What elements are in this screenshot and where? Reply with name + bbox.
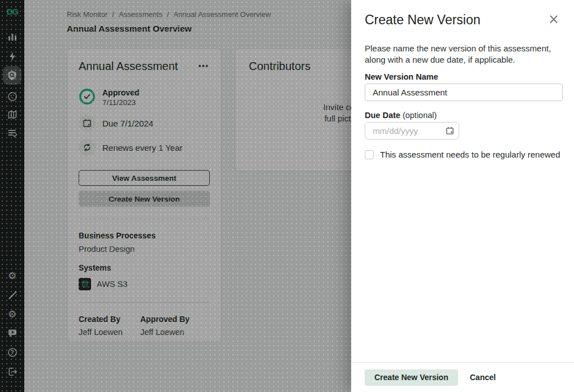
create-new-version-modal: Create New Version × Please name the new…: [351, 0, 574, 392]
modal-description: Please name the new version of this asse…: [365, 43, 564, 65]
renew-checkbox-label: This assessment needs to be regularly re…: [380, 150, 560, 159]
modal-title: Create New Version: [365, 12, 481, 28]
confirm-create-new-version-button[interactable]: Create New Version: [365, 369, 458, 386]
cancel-button[interactable]: Cancel: [470, 373, 496, 382]
due-date-label: Due Date (optional): [365, 111, 437, 120]
new-version-name-input[interactable]: [365, 84, 563, 101]
close-icon[interactable]: ×: [548, 12, 559, 26]
modal-footer: Create New Version Cancel: [351, 362, 574, 392]
renew-checkbox[interactable]: [365, 150, 374, 159]
new-version-name-label: New Version Name: [365, 72, 438, 81]
modal-scrim[interactable]: [0, 0, 351, 392]
due-date-input[interactable]: [365, 122, 459, 140]
